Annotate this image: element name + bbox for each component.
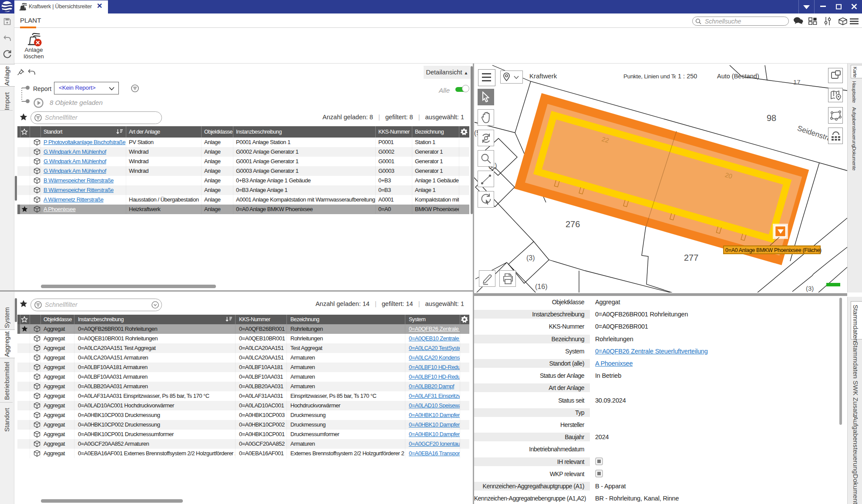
svg-text:(3): (3) xyxy=(806,285,814,292)
svg-text:(16): (16) xyxy=(535,283,547,290)
svg-text:0=A0 Anlage BMKW Phoenixsee (F: 0=A0 Anlage BMKW Phoenixsee (Fläche) xyxy=(725,247,822,253)
svg-text:277: 277 xyxy=(684,253,698,262)
svg-text:98: 98 xyxy=(767,113,776,123)
svg-text:17: 17 xyxy=(793,78,801,86)
svg-text:(3): (3) xyxy=(526,254,535,262)
svg-text:276: 276 xyxy=(566,219,580,229)
